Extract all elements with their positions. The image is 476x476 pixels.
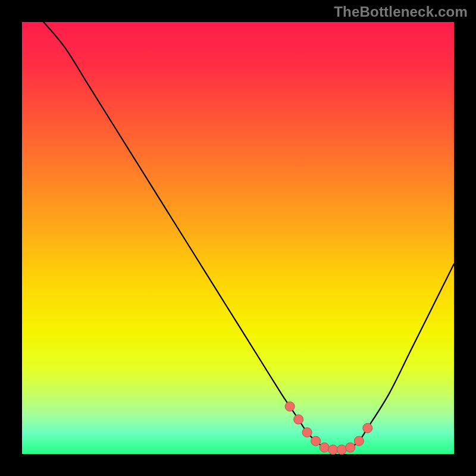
sweet-spot-marker	[346, 443, 355, 452]
sweet-spot-marker	[337, 445, 346, 455]
sweet-spot-marker	[354, 436, 364, 446]
sweet-spot-marker	[320, 443, 329, 452]
sweet-spot-marker	[328, 445, 338, 455]
sweet-spot-marker	[285, 402, 295, 411]
chart-gradient-background	[22, 22, 454, 454]
sweet-spot-marker	[311, 436, 321, 446]
bottleneck-chart	[0, 0, 476, 476]
watermark-text: TheBottleneck.com	[334, 4, 468, 20]
sweet-spot-marker	[302, 428, 312, 437]
sweet-spot-marker	[363, 423, 372, 433]
sweet-spot-marker	[294, 415, 303, 424]
chart-stage: TheBottleneck.com	[0, 0, 476, 476]
